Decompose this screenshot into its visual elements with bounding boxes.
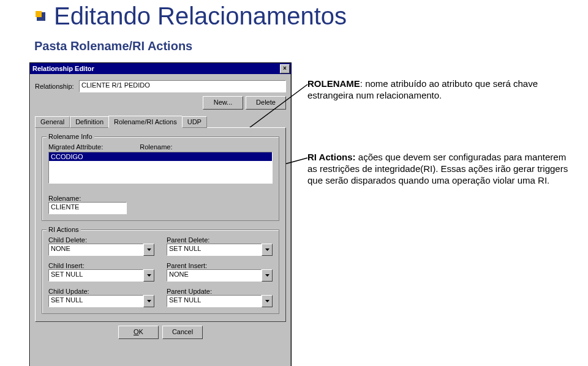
- tab-definition[interactable]: Definition: [70, 116, 109, 128]
- rolename-field-value: CLIENTE: [51, 203, 79, 211]
- child-update-label: Child Update:: [48, 288, 154, 295]
- child-update-combo[interactable]: SET NULL: [48, 295, 154, 307]
- child-insert-value: SET NULL: [51, 271, 83, 278]
- parent-insert-value: NONE: [169, 271, 189, 278]
- migrated-attribute-list[interactable]: CCODIGO: [48, 152, 273, 184]
- parent-insert-combo[interactable]: NONE: [167, 269, 273, 282]
- child-insert-label: Child Insert:: [48, 262, 154, 269]
- child-delete-label: Child Delete:: [48, 236, 154, 244]
- child-delete-combo[interactable]: NONE: [48, 244, 154, 256]
- parent-update-value: SET NULL: [169, 296, 201, 304]
- ri-actions-grid: Child Delete: NONE Parent Delete: SET NU…: [48, 236, 273, 307]
- ri-actions-group: RI Actions Child Delete: NONE Parent Del…: [42, 230, 279, 314]
- chevron-down-icon[interactable]: [143, 269, 154, 282]
- parent-insert-label: Parent Insert:: [167, 262, 273, 269]
- parent-delete-value: SET NULL: [169, 245, 201, 252]
- rolename-info-group: Rolename Info Migrated Attribute: Rolena…: [42, 136, 279, 221]
- chevron-down-icon[interactable]: [262, 295, 273, 307]
- tab-general[interactable]: General: [35, 116, 70, 128]
- ri-actions-legend: RI Actions: [47, 226, 81, 233]
- rolename-column-label: Rolename:: [140, 143, 172, 151]
- migrated-attribute-label: Migrated Attribute:: [48, 143, 103, 151]
- chevron-down-icon[interactable]: [143, 295, 154, 307]
- list-selected-item[interactable]: CCODIGO: [49, 152, 272, 161]
- chevron-down-icon[interactable]: [262, 269, 273, 282]
- parent-delete-label: Parent Delete:: [167, 236, 273, 244]
- child-update-value: SET NULL: [51, 296, 83, 304]
- child-delete-value: NONE: [51, 245, 70, 252]
- parent-update-label: Parent Update:: [167, 288, 273, 295]
- tab-rolename-ri-actions[interactable]: Rolename/RI Actions: [108, 116, 183, 128]
- rolename-field-label: Rolename:: [48, 195, 273, 202]
- rolename-info-legend: Rolename Info: [47, 133, 94, 140]
- parent-delete-combo[interactable]: SET NULL: [167, 244, 273, 256]
- tab-udp[interactable]: UDP: [182, 116, 207, 128]
- parent-update-combo[interactable]: SET NULL: [167, 295, 273, 307]
- tab-panel: Rolename Info Migrated Attribute: Rolena…: [35, 127, 286, 322]
- chevron-down-icon[interactable]: [143, 244, 154, 256]
- rolename-field[interactable]: CLIENTE: [48, 202, 127, 214]
- child-insert-combo[interactable]: SET NULL: [48, 269, 154, 282]
- chevron-down-icon[interactable]: [262, 244, 273, 256]
